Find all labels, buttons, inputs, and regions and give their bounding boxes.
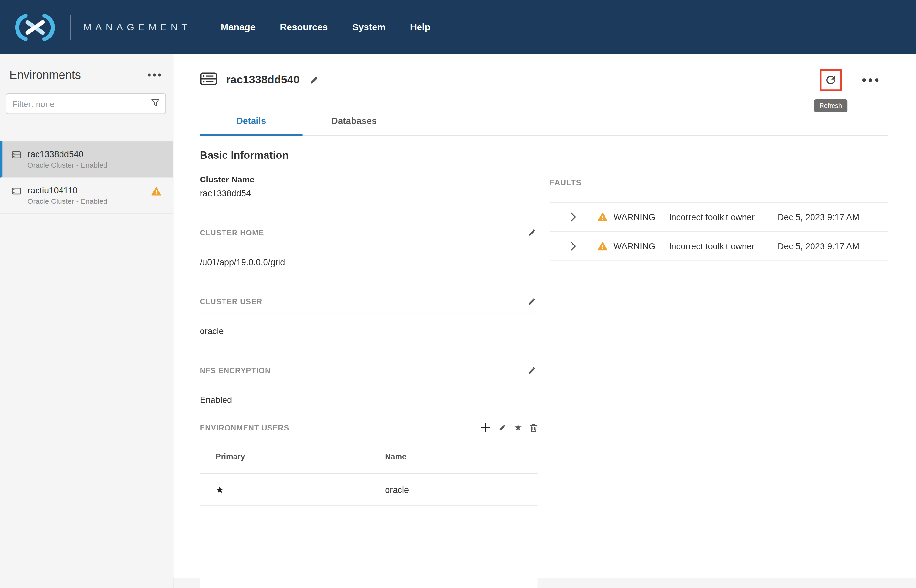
- fault-date: Dec 5, 2023 9:17 AM: [777, 241, 888, 251]
- refresh-button[interactable]: [820, 69, 842, 91]
- expand-chevron-icon[interactable]: [571, 213, 580, 221]
- fault-row[interactable]: WARNING Incorrect toolkit owner Dec 5, 2…: [550, 232, 888, 261]
- env-item-name: ractiu104110: [27, 185, 107, 196]
- environment-icon: [11, 187, 21, 213]
- nav-manage[interactable]: Manage: [221, 22, 255, 33]
- table-header-row: Primary Name: [200, 440, 538, 474]
- top-navbar: MANAGEMENT Manage Resources System Help: [0, 0, 916, 54]
- fault-description: Incorrect toolkit owner: [669, 241, 777, 251]
- tab-details[interactable]: Details: [200, 109, 303, 136]
- brand-title: MANAGEMENT: [84, 22, 191, 33]
- environment-filter: [6, 94, 166, 114]
- main-menu: Manage Resources System Help: [221, 22, 430, 33]
- detail-tabs: Details Databases: [200, 109, 888, 136]
- actions-more-icon[interactable]: [858, 76, 880, 84]
- edit-cluster-home-pencil-icon[interactable]: [526, 228, 537, 238]
- fault-date: Dec 5, 2023 9:17 AM: [777, 212, 888, 222]
- nfs-encryption-value: Enabled: [200, 395, 538, 405]
- environment-icon: [200, 71, 217, 89]
- cluster-name-label: Cluster Name: [200, 174, 538, 184]
- column-header-primary: Primary: [200, 452, 369, 461]
- env-item-rac1338dd540[interactable]: rac1338dd540 Oracle Cluster - Enabled: [0, 141, 173, 178]
- env-item-ractiu104110[interactable]: ractiu104110 Oracle Cluster - Enabled: [0, 178, 173, 214]
- environment-users-label: ENVIRONMENT USERS: [200, 423, 289, 432]
- environment-users-table: Primary Name ★ oracle: [200, 440, 538, 588]
- faults-list: WARNING Incorrect toolkit owner Dec 5, 2…: [550, 202, 888, 261]
- sidebar-title: Environments: [10, 68, 81, 82]
- filter-funnel-icon[interactable]: [151, 99, 160, 109]
- add-user-icon[interactable]: [480, 422, 491, 433]
- warning-icon: [151, 187, 162, 198]
- cluster-home-label: CLUSTER HOME: [200, 228, 264, 237]
- fault-row[interactable]: WARNING Incorrect toolkit owner Dec 5, 2…: [550, 203, 888, 232]
- warning-icon: [598, 242, 608, 250]
- cluster-user-value: oracle: [200, 326, 538, 336]
- nav-help[interactable]: Help: [410, 22, 430, 33]
- env-item-subtitle: Oracle Cluster - Enabled: [27, 197, 107, 205]
- user-name-cell: oracle: [369, 485, 537, 494]
- edit-nfs-encryption-pencil-icon[interactable]: [526, 365, 537, 376]
- delete-user-trash-icon[interactable]: [530, 423, 537, 432]
- environment-detail-panel: rac1338dd540 Refresh Details Databases: [173, 54, 916, 578]
- sidebar-more-icon[interactable]: [144, 71, 162, 79]
- nav-system[interactable]: System: [352, 22, 386, 33]
- filter-input[interactable]: [12, 99, 151, 108]
- edit-title-pencil-icon[interactable]: [309, 75, 319, 85]
- environment-icon: [11, 151, 21, 177]
- page-title: rac1338dd540: [226, 74, 299, 87]
- expand-chevron-icon[interactable]: [571, 242, 580, 250]
- nav-resources[interactable]: Resources: [280, 22, 328, 33]
- set-primary-star-icon[interactable]: ★: [514, 423, 522, 433]
- faults-heading: FAULTS: [550, 178, 888, 187]
- edit-user-pencil-icon[interactable]: [498, 423, 506, 431]
- table-row[interactable]: ★ oracle: [200, 474, 538, 506]
- basic-information-heading: Basic Information: [200, 149, 538, 162]
- environment-list: rac1338dd540 Oracle Cluster - Enabled ra…: [0, 141, 173, 214]
- fault-severity: WARNING: [613, 241, 669, 251]
- refresh-tooltip: Refresh: [814, 99, 847, 112]
- column-header-name: Name: [369, 452, 537, 461]
- cluster-home-value: /u01/app/19.0.0.0/grid: [200, 257, 538, 267]
- tab-databases[interactable]: Databases: [303, 109, 405, 135]
- fault-description: Incorrect toolkit owner: [669, 212, 777, 222]
- cluster-user-label: CLUSTER USER: [200, 297, 262, 306]
- environments-sidebar: Environments rac1338dd540 Oracle Cluster…: [0, 54, 173, 588]
- edit-cluster-user-pencil-icon[interactable]: [526, 296, 537, 307]
- app-window: MANAGEMENT Manage Resources System Help …: [0, 0, 916, 588]
- cluster-name-value: rac1338dd54: [200, 188, 538, 198]
- fault-severity: WARNING: [613, 212, 669, 222]
- navbar-divider: [70, 14, 71, 40]
- delphix-logo-icon[interactable]: [8, 12, 62, 42]
- env-item-name: rac1338dd540: [27, 149, 107, 160]
- nfs-encryption-label: NFS ENCRYPTION: [200, 366, 271, 375]
- env-item-subtitle: Oracle Cluster - Enabled: [27, 161, 107, 169]
- primary-star-icon: ★: [215, 485, 224, 494]
- warning-icon: [598, 213, 608, 221]
